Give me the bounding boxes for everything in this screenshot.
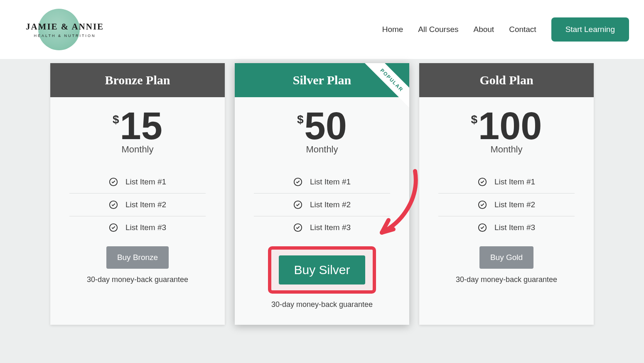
price-block-gold: $ 100 Monthly (471, 97, 542, 160)
list-item: List Item #1 (254, 171, 390, 194)
plan-card-bronze: Bronze Plan $ 15 Monthly List Item #1 Li… (50, 63, 225, 325)
guarantee-text: 30-day money-back guarantee (271, 300, 373, 309)
list-item: List Item #2 (438, 194, 575, 216)
list-item: List Item #2 (254, 194, 390, 216)
feature-list-bronze: List Item #1 List Item #2 List Item #3 (69, 171, 206, 239)
feature-text: List Item #2 (310, 200, 351, 209)
brand-subtitle: HEALTH & NUTRITION (15, 34, 115, 38)
buy-bronze-button[interactable]: Buy Bronze (106, 246, 169, 269)
logo-text-block: JAMIE & ANNIE HEALTH & NUTRITION (15, 22, 115, 38)
list-item: List Item #1 (438, 171, 575, 194)
annotation-highlight-box: Buy Silver (268, 246, 376, 294)
feature-text: List Item #1 (310, 177, 351, 186)
currency-symbol: $ (297, 113, 304, 126)
list-item: List Item #3 (254, 216, 390, 239)
check-circle-icon (293, 200, 302, 209)
plan-title-gold: Gold Plan (419, 63, 594, 97)
feature-text: List Item #2 (494, 200, 535, 209)
nav-contact[interactable]: Contact (509, 25, 536, 34)
check-circle-icon (109, 200, 118, 209)
check-circle-icon (109, 177, 118, 186)
nav-about[interactable]: About (474, 25, 494, 34)
site-header: JAMIE & ANNIE HEALTH & NUTRITION Home Al… (0, 0, 644, 59)
check-circle-icon (478, 223, 487, 232)
feature-text: List Item #3 (125, 223, 166, 232)
guarantee-text: 30-day money-back guarantee (87, 275, 188, 284)
check-circle-icon (293, 177, 302, 186)
buy-silver-button[interactable]: Buy Silver (279, 255, 365, 285)
check-circle-icon (478, 200, 487, 209)
nav-all-courses[interactable]: All Courses (418, 25, 458, 34)
check-circle-icon (293, 223, 302, 232)
price-amount-silver: 50 (305, 109, 347, 143)
pricing-section: Bronze Plan $ 15 Monthly List Item #1 Li… (0, 59, 644, 341)
start-learning-button[interactable]: Start Learning (551, 17, 629, 42)
check-circle-icon (478, 177, 487, 186)
check-circle-icon (109, 223, 118, 232)
plan-card-gold: Gold Plan $ 100 Monthly List Item #1 Lis… (419, 63, 594, 325)
list-item: List Item #1 (69, 171, 206, 194)
guarantee-text: 30-day money-back guarantee (456, 275, 557, 284)
plan-title-bronze: Bronze Plan (50, 63, 225, 97)
brand-title: JAMIE & ANNIE (15, 22, 115, 32)
brand-logo[interactable]: JAMIE & ANNIE HEALTH & NUTRITION (15, 9, 115, 50)
currency-symbol: $ (113, 113, 119, 126)
price-amount-gold: 100 (478, 109, 542, 143)
list-item: List Item #3 (69, 216, 206, 239)
plan-title-silver: Silver Plan (235, 63, 409, 97)
buy-gold-button[interactable]: Buy Gold (479, 246, 533, 269)
feature-list-gold: List Item #1 List Item #2 List Item #3 (438, 171, 575, 239)
feature-list-silver: List Item #1 List Item #2 List Item #3 (254, 171, 390, 239)
currency-symbol: $ (471, 113, 477, 126)
feature-text: List Item #3 (494, 223, 535, 232)
price-amount-bronze: 15 (120, 109, 162, 143)
price-block-bronze: $ 15 Monthly (113, 97, 162, 160)
plan-card-silver: POPULAR Silver Plan $ 50 Monthly List It… (235, 63, 409, 325)
feature-text: List Item #3 (310, 223, 351, 232)
price-block-silver: $ 50 Monthly (297, 97, 347, 160)
feature-text: List Item #2 (125, 200, 166, 209)
list-item: List Item #2 (69, 194, 206, 216)
list-item: List Item #3 (438, 216, 575, 239)
primary-nav: Home All Courses About Contact Start Lea… (382, 17, 629, 42)
feature-text: List Item #1 (125, 177, 166, 186)
nav-home[interactable]: Home (382, 25, 403, 34)
feature-text: List Item #1 (494, 177, 535, 186)
